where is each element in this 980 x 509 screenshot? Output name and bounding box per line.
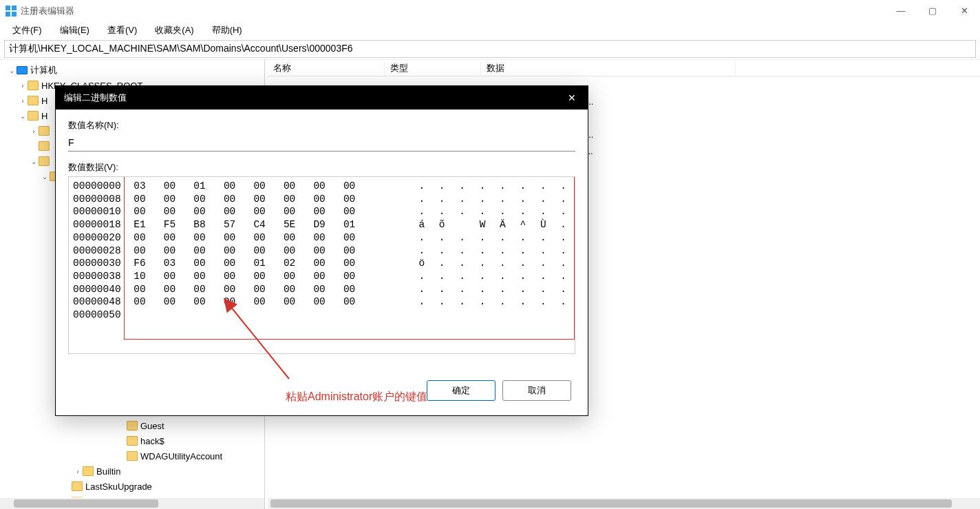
svg-rect-0	[6, 6, 10, 10]
menu-view[interactable]: 查看(V)	[102, 23, 142, 38]
col-name[interactable]: 名称	[268, 62, 385, 74]
folder-icon	[72, 481, 83, 491]
tree-builtin[interactable]: ›Builtin	[0, 464, 264, 479]
svg-rect-1	[12, 6, 17, 10]
folder-icon	[39, 141, 50, 151]
folder-icon	[83, 466, 94, 476]
folder-icon	[28, 81, 39, 90]
folder-icon	[28, 96, 39, 105]
address-bar[interactable]: 计算机\HKEY_LOCAL_MACHINE\SAM\SAM\Domains\A…	[4, 40, 976, 58]
dialog-close-button[interactable]: ✕	[556, 92, 588, 103]
tree-hscrollbar[interactable]	[0, 498, 264, 509]
hex-row[interactable]: 00000010 00 00 00 00 00 00 00 00. . . . …	[70, 205, 571, 218]
tree-hack[interactable]: hack$	[0, 433, 264, 448]
tree-guest[interactable]: Guest	[0, 418, 264, 433]
tree-root[interactable]: ⌄计算机	[0, 63, 264, 78]
value-data-label: 数值数据(V):	[68, 161, 575, 174]
svg-rect-3	[12, 12, 17, 17]
maximize-button[interactable]: ▢	[917, 0, 948, 22]
menu-help[interactable]: 帮助(H)	[206, 23, 248, 38]
menu-file[interactable]: 文件(F)	[7, 23, 47, 38]
folder-icon	[39, 156, 50, 166]
dialog-titlebar: 编辑二进制数值 ✕	[56, 86, 588, 110]
cancel-button[interactable]: 取消	[502, 380, 571, 401]
edit-binary-dialog: 编辑二进制数值 ✕ 数值名称(N): 数值数据(V): 00000000 03 …	[55, 85, 588, 416]
hex-row[interactable]: 00000008 00 00 00 00 00 00 00 00. . . . …	[70, 193, 571, 206]
hex-row[interactable]: 00000028 00 00 00 00 00 00 00 00. . . . …	[70, 245, 571, 258]
folder-icon	[127, 451, 138, 461]
tree-lastsku[interactable]: LastSkuUpgrade	[0, 479, 264, 494]
value-name-label: 数值名称(N):	[68, 119, 575, 132]
minimize-button[interactable]: ―	[885, 0, 917, 22]
hex-row[interactable]: 00000040 00 00 00 00 00 00 00 00. . . . …	[70, 283, 571, 296]
computer-icon	[17, 66, 28, 74]
folder-icon	[39, 126, 50, 136]
hex-row[interactable]: 00000048 00 00 00 00 00 00 00 00. . . . …	[70, 295, 571, 309]
tree-wdag[interactable]: WDAGUtilityAccount	[0, 448, 264, 464]
close-button[interactable]: ✕	[948, 0, 980, 22]
window-title: 注册表编辑器	[21, 5, 885, 17]
regedit-icon	[6, 6, 17, 17]
folder-icon	[127, 436, 138, 446]
svg-rect-2	[6, 12, 10, 17]
hex-row[interactable]: 00000018 E1 F5 B8 57 C4 5E D9 01á õ W Ä …	[70, 218, 571, 231]
hex-row[interactable]: 00000030 F6 03 00 00 01 02 00 00ö . . . …	[70, 257, 571, 270]
menu-favorites[interactable]: 收藏夹(A)	[149, 23, 199, 38]
hex-row[interactable]: 00000050	[70, 309, 571, 322]
list-header: 名称 类型 数据	[268, 60, 980, 76]
address-text: 计算机\HKEY_LOCAL_MACHINE\SAM\SAM\Domains\A…	[9, 43, 353, 55]
value-name-input[interactable]	[68, 134, 575, 152]
col-data[interactable]: 数据	[481, 62, 736, 74]
col-type[interactable]: 类型	[385, 62, 481, 74]
hex-row[interactable]: 00000020 00 00 00 00 00 00 00 00. . . . …	[70, 231, 571, 245]
menu-edit[interactable]: 编辑(E)	[54, 23, 95, 38]
ok-button[interactable]: 确定	[427, 380, 496, 401]
hex-row[interactable]: 00000038 10 00 00 00 00 00 00 00. . . . …	[70, 270, 571, 283]
list-hscrollbar[interactable]	[268, 498, 980, 509]
menubar: 文件(F) 编辑(E) 查看(V) 收藏夹(A) 帮助(H)	[0, 22, 980, 39]
folder-icon	[127, 421, 138, 430]
folder-icon	[28, 111, 39, 121]
hex-row[interactable]: 00000000 03 00 01 00 00 00 00 00. . . . …	[70, 180, 571, 193]
titlebar: 注册表编辑器 ― ▢ ✕	[0, 0, 980, 22]
dialog-title-text: 编辑二进制数值	[64, 92, 127, 104]
hex-editor[interactable]: 00000000 03 00 01 00 00 00 00 00. . . . …	[68, 176, 575, 354]
